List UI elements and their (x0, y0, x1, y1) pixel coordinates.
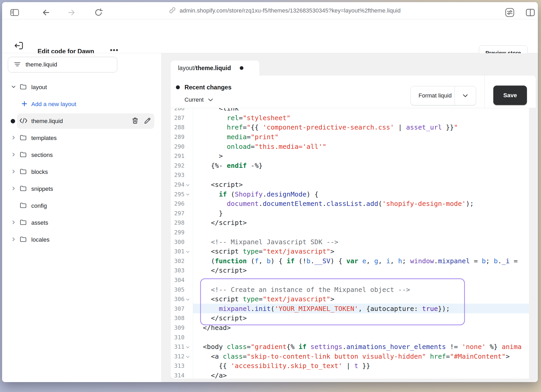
line-number: 305 (171, 286, 185, 293)
code-text: <script type="text/javascript"> (195, 295, 334, 303)
code-text: (function (f, b) { if (!b.__SV) { var e,… (195, 257, 518, 265)
line-number: 314 (171, 372, 185, 378)
code-text: <script type="text/javascript"> (195, 247, 334, 255)
line-number: 289 (171, 134, 185, 140)
code-text: <!-- Create an instance of the Mixpanel … (195, 286, 410, 293)
sidebar-item-locales[interactable]: locales (2, 231, 162, 248)
sidebar-item-sections[interactable]: sections (2, 146, 162, 163)
fold-toggle-icon[interactable] (186, 354, 190, 359)
file-filter-box[interactable] (8, 57, 117, 72)
code-line-286[interactable]: 286 <link (171, 108, 536, 113)
version-dropdown[interactable]: Current (185, 96, 213, 103)
code-line-295[interactable]: 295 if (Shopify.designMode) { (171, 189, 536, 199)
sidebar-item-snippets[interactable]: snippets (2, 180, 162, 197)
code-file-icon (19, 118, 28, 124)
sidebar-item-config[interactable]: config (2, 197, 162, 214)
back-icon[interactable] (41, 8, 51, 17)
code-line-291[interactable]: 291 > (171, 151, 536, 161)
code-line-293[interactable]: 293 (171, 170, 536, 180)
file-sidebar: layoutAdd a new layouttheme.liquidtempla… (2, 53, 162, 382)
code-line-296[interactable]: 296 document.documentElement.classList.a… (171, 199, 536, 209)
code-text: <a class="skip-to-content-link button vi… (195, 352, 510, 360)
item-label: templates (31, 135, 57, 142)
line-number: 287 (171, 114, 185, 121)
code-line-313[interactable]: 313 {{ 'accessibility.skip_to_text' | t … (171, 361, 536, 371)
code-line-309[interactable]: 309 </head> (171, 323, 536, 333)
sidebar-toggle-icon[interactable] (10, 9, 19, 17)
code-line-289[interactable]: 289 media="print" (171, 132, 536, 142)
format-options-toggle[interactable] (455, 94, 476, 97)
fold-toggle-icon[interactable] (186, 297, 190, 302)
line-number: 299 (171, 229, 185, 236)
code-line-308[interactable]: 308 </script> (171, 313, 536, 323)
code-line-307[interactable]: 307 mixpanel.init('YOUR_MIXPANEL_TOKEN',… (171, 304, 536, 313)
code-line-298[interactable]: 298 </script> (171, 218, 536, 228)
file-filter-input[interactable] (26, 61, 104, 68)
changes-dot (176, 85, 180, 89)
line-number: 304 (171, 277, 185, 283)
fold-toggle-icon[interactable] (186, 192, 190, 197)
scrollbar-track[interactable] (529, 108, 536, 379)
save-button[interactable]: Save (493, 85, 527, 105)
code-line-300[interactable]: 300 <!-- Mixpanel Javascript SDK --> (171, 237, 536, 247)
item-label: config (31, 203, 47, 209)
code-text: if (Shopify.designMode) { (195, 190, 318, 198)
split-view-icon[interactable] (525, 8, 535, 17)
sidebar-item-theme-liquid[interactable]: theme.liquid (2, 113, 162, 130)
chevron-right-icon (11, 169, 16, 174)
more-menu-button[interactable]: ••• (110, 46, 119, 54)
code-line-310[interactable]: 310 (171, 332, 536, 342)
code-line-299[interactable]: 299 (171, 228, 536, 237)
fold-toggle-icon[interactable] (186, 182, 190, 187)
code-line-290[interactable]: 290 onload="this.media='all'" (171, 142, 536, 151)
code-line-301[interactable]: 301 <script type="text/javascript"> (171, 247, 536, 256)
reload-icon[interactable] (94, 8, 103, 17)
item-label: layout (31, 84, 47, 91)
forward-icon[interactable] (67, 8, 76, 17)
sidebar-item-assets[interactable]: assets (2, 214, 162, 231)
tab-theme-liquid[interactable]: layout/theme.liquid (171, 60, 259, 76)
code-text: document.documentElement.classList.add('… (195, 200, 474, 207)
sidebar-item-templates[interactable]: templates (2, 130, 162, 146)
format-liquid-label: Format liquid (411, 92, 454, 99)
line-number: 301 (171, 248, 185, 255)
code-line-303[interactable]: 303 </script> (171, 266, 536, 275)
rename-button[interactable] (144, 117, 151, 125)
line-number: 298 (171, 219, 185, 226)
code-line-311[interactable]: 311 <body class="gradient{% if settings.… (171, 342, 536, 352)
item-label: Add a new layout (31, 101, 76, 108)
code-line-292[interactable]: 292 {%- endif -%} (171, 161, 536, 170)
code-line-304[interactable]: 304 (171, 275, 536, 285)
code-line-305[interactable]: 305 <!-- Create an instance of the Mixpa… (171, 285, 536, 294)
add-new-layout-link[interactable]: Add a new layout (2, 96, 162, 113)
code-line-306[interactable]: 306 <script type="text/javascript"> (171, 294, 536, 304)
line-number: 306 (171, 296, 185, 302)
sidebar-item-layout[interactable]: layout (2, 79, 162, 96)
address-bar[interactable]: admin.shopify.com/store/rzq1xu-f5/themes… (169, 2, 401, 19)
code-line-312[interactable]: 312 <a class="skip-to-content-link butto… (171, 351, 536, 361)
version-label: Current (185, 96, 204, 103)
item-label: theme.liquid (31, 118, 63, 125)
line-number: 295 (171, 191, 185, 197)
line-number: 293 (171, 172, 185, 178)
delete-button[interactable] (131, 117, 139, 125)
code-line-314[interactable]: 314 </a> (171, 371, 536, 379)
sidebar-item-blocks[interactable]: blocks (2, 163, 162, 180)
format-liquid-button[interactable]: Format liquid (410, 86, 476, 105)
code-line-288[interactable]: 288 href="{{ 'component-predictive-searc… (171, 123, 536, 132)
line-number: 312 (171, 353, 185, 359)
line-number: 300 (171, 238, 185, 245)
fold-toggle-icon[interactable] (186, 345, 190, 350)
line-number: 297 (171, 210, 185, 216)
code-line-287[interactable]: 287 rel="stylesheet" (171, 113, 536, 123)
line-number: 290 (171, 143, 185, 150)
code-editor[interactable]: 286 <link287 rel="stylesheet"288 href="{… (171, 108, 536, 379)
code-line-294[interactable]: 294 <script> (171, 180, 536, 189)
code-text: <script> (195, 181, 243, 188)
fold-toggle-icon[interactable] (186, 249, 190, 254)
code-line-297[interactable]: 297 } (171, 209, 536, 218)
code-line-302[interactable]: 302 (function (f, b) { if (!b.__SV) { va… (171, 256, 536, 266)
exit-editor-icon[interactable] (14, 40, 24, 52)
page-settings-icon[interactable] (505, 7, 515, 18)
folder-icon (19, 83, 27, 91)
